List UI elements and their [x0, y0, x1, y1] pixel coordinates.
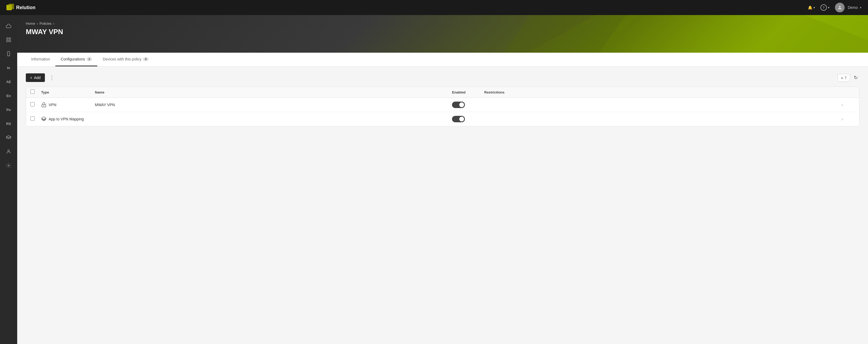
svg-marker-11: [485, 15, 868, 53]
tab-configurations[interactable]: Configurations 2: [55, 53, 97, 66]
refresh-icon: ↻: [854, 75, 858, 80]
avatar: [835, 3, 845, 12]
sidebar-item-settings[interactable]: [2, 159, 15, 172]
svg-rect-3: [7, 38, 8, 39]
sidebar-item-en[interactable]: En: [2, 89, 15, 102]
col-header-restrictions: Restrictions: [484, 90, 841, 94]
row-vpn-type: VPN: [41, 102, 95, 107]
col-header-select: [30, 90, 41, 95]
col-header-name: Name: [95, 90, 452, 94]
sidebar-item-in[interactable]: In: [2, 61, 15, 74]
brand-name: Relution: [16, 5, 35, 10]
sidebar-label-po: Po: [6, 108, 11, 112]
row-vpn-checkbox[interactable]: [30, 102, 35, 106]
svg-marker-13: [740, 15, 868, 40]
row-appvpn-type-label: App to VPN Mapping: [49, 117, 84, 121]
page-title: MWAY VPN: [26, 28, 859, 36]
svg-rect-1: [9, 4, 14, 9]
content-area: Home › Policies › MWAY VPN Information C…: [17, 15, 868, 344]
row-appvpn-select: [30, 116, 41, 122]
sidebar-item-user[interactable]: [2, 145, 15, 158]
table-row: VPN MWAY VPN ›: [26, 98, 859, 112]
sidebar-item-cloud[interactable]: [2, 19, 15, 32]
col-header-enabled: Enabled: [452, 90, 484, 94]
breadcrumb: Home › Policies ›: [26, 22, 859, 26]
layers-icon: [41, 116, 46, 122]
table-row: App to VPN Mapping ›: [26, 112, 859, 126]
tab-devices-badge: 0: [143, 57, 148, 61]
svg-rect-6: [9, 40, 11, 42]
top-navbar: Relution 🔔 ▾ ? ▾ Demo ▾: [0, 0, 868, 15]
tab-information[interactable]: Information: [26, 53, 55, 66]
more-options-button[interactable]: ⋮: [47, 73, 57, 82]
tab-devices[interactable]: Devices with this policy 0: [97, 53, 154, 66]
tab-devices-label: Devices with this policy: [103, 57, 141, 61]
sidebar-item-po[interactable]: Po: [2, 103, 15, 116]
select-all-checkbox[interactable]: [30, 90, 35, 94]
notifications-chevron: ▾: [813, 6, 815, 9]
row-appvpn-toggle-slider: [452, 116, 465, 122]
svg-point-2: [839, 6, 841, 7]
sidebar: In AE En Po RS: [0, 15, 17, 344]
svg-point-9: [8, 150, 10, 152]
table-header: Type Name Enabled Restrictions: [26, 87, 859, 98]
sidebar-label-en: En: [6, 94, 11, 98]
sidebar-label-rs: RS: [6, 122, 11, 126]
relution-logo-icon: [6, 4, 14, 11]
bell-icon: 🔔: [808, 5, 812, 10]
breadcrumb-home[interactable]: Home: [26, 22, 35, 26]
refresh-button[interactable]: ↻: [852, 73, 859, 82]
version-display: v. 7: [838, 74, 850, 82]
row-appvpn-toggle[interactable]: [452, 116, 465, 122]
tab-configurations-label: Configurations: [61, 57, 85, 61]
sidebar-label-in: In: [7, 66, 10, 70]
sidebar-item-device[interactable]: [2, 47, 15, 60]
add-icon: +: [30, 75, 32, 80]
sidebar-label-ae: AE: [6, 80, 11, 84]
notifications-button[interactable]: 🔔 ▾: [808, 5, 815, 10]
hero-decoration: [485, 15, 868, 53]
help-chevron: ▾: [828, 6, 830, 9]
svg-marker-14: [677, 15, 868, 53]
sidebar-item-edu[interactable]: [2, 131, 15, 144]
row-appvpn-type: App to VPN Mapping: [41, 116, 95, 122]
breadcrumb-policies[interactable]: Policies: [39, 22, 52, 26]
main-layout: In AE En Po RS: [0, 15, 868, 344]
row-vpn-action[interactable]: ›: [841, 102, 855, 108]
toolbar-left: + Add ⋮: [26, 73, 57, 82]
help-icon: ?: [820, 4, 827, 11]
brand-logo: Relution: [6, 4, 35, 11]
row-vpn-toggle-slider: [452, 102, 465, 108]
table-area: + Add ⋮ v. 7 ↻: [17, 67, 868, 344]
row-appvpn-action[interactable]: ›: [841, 116, 855, 122]
user-name-label: Demo: [848, 5, 858, 10]
svg-rect-4: [9, 38, 11, 39]
data-table: Type Name Enabled Restrictions: [26, 87, 859, 126]
add-label: Add: [34, 75, 40, 80]
row-appvpn-enabled: [452, 116, 484, 122]
row-appvpn-checkbox[interactable]: [30, 116, 35, 121]
user-menu[interactable]: Demo ▾: [835, 3, 862, 12]
row-vpn-enabled: [452, 102, 484, 108]
row-vpn-name: MWAY VPN: [95, 103, 452, 107]
breadcrumb-sep1: ›: [37, 22, 38, 26]
svg-point-16: [43, 105, 44, 106]
col-header-type: Type: [41, 90, 95, 94]
svg-point-10: [8, 165, 9, 166]
sidebar-item-dashboard[interactable]: [2, 33, 15, 46]
more-icon: ⋮: [49, 75, 55, 81]
user-chevron: ▾: [860, 6, 862, 9]
row-vpn-toggle[interactable]: [452, 102, 465, 108]
navbar-right: 🔔 ▾ ? ▾ Demo ▾: [808, 3, 862, 12]
row-vpn-select: [30, 102, 41, 107]
row-vpn-type-label: VPN: [49, 103, 56, 107]
sidebar-item-ae[interactable]: AE: [2, 75, 15, 88]
add-button[interactable]: + Add: [26, 73, 45, 82]
toolbar: + Add ⋮ v. 7 ↻: [26, 73, 859, 82]
help-button[interactable]: ? ▾: [820, 4, 830, 11]
sidebar-item-rs[interactable]: RS: [2, 117, 15, 130]
tab-configurations-badge: 2: [87, 57, 92, 61]
vpn-icon: [41, 102, 46, 107]
svg-rect-5: [7, 40, 8, 42]
svg-marker-12: [581, 15, 868, 53]
